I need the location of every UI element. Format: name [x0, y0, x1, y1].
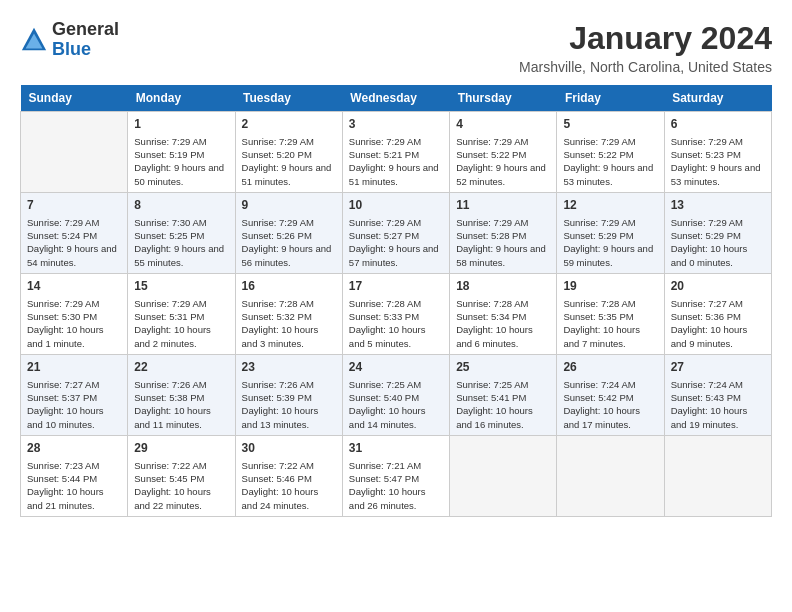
day-number: 27 — [671, 359, 765, 376]
sunset-text: Sunset: 5:19 PM — [134, 148, 228, 161]
sunrise-text: Sunrise: 7:29 AM — [456, 135, 550, 148]
sunset-text: Sunset: 5:46 PM — [242, 472, 336, 485]
calendar-cell: 20Sunrise: 7:27 AMSunset: 5:36 PMDayligh… — [664, 273, 771, 354]
calendar-cell: 21Sunrise: 7:27 AMSunset: 5:37 PMDayligh… — [21, 354, 128, 435]
sunrise-text: Sunrise: 7:29 AM — [27, 216, 121, 229]
sunrise-text: Sunrise: 7:29 AM — [134, 297, 228, 310]
sunset-text: Sunset: 5:45 PM — [134, 472, 228, 485]
calendar-cell — [664, 435, 771, 516]
calendar-cell: 17Sunrise: 7:28 AMSunset: 5:33 PMDayligh… — [342, 273, 449, 354]
logo-text: General Blue — [52, 20, 119, 60]
day-header-sunday: Sunday — [21, 85, 128, 112]
sunset-text: Sunset: 5:39 PM — [242, 391, 336, 404]
calendar-cell: 27Sunrise: 7:24 AMSunset: 5:43 PMDayligh… — [664, 354, 771, 435]
sunset-text: Sunset: 5:26 PM — [242, 229, 336, 242]
sunrise-text: Sunrise: 7:29 AM — [349, 135, 443, 148]
sunrise-text: Sunrise: 7:26 AM — [242, 378, 336, 391]
sunset-text: Sunset: 5:21 PM — [349, 148, 443, 161]
sunset-text: Sunset: 5:41 PM — [456, 391, 550, 404]
sunrise-text: Sunrise: 7:28 AM — [349, 297, 443, 310]
day-header-row: SundayMondayTuesdayWednesdayThursdayFrid… — [21, 85, 772, 112]
sunrise-text: Sunrise: 7:22 AM — [134, 459, 228, 472]
logo: General Blue — [20, 20, 119, 60]
sunrise-text: Sunrise: 7:27 AM — [27, 378, 121, 391]
sunrise-text: Sunrise: 7:25 AM — [456, 378, 550, 391]
daylight-text: Daylight: 10 hours and 22 minutes. — [134, 485, 228, 512]
day-number: 16 — [242, 278, 336, 295]
calendar-cell: 5Sunrise: 7:29 AMSunset: 5:22 PMDaylight… — [557, 112, 664, 193]
sunrise-text: Sunrise: 7:27 AM — [671, 297, 765, 310]
sunset-text: Sunset: 5:38 PM — [134, 391, 228, 404]
sunset-text: Sunset: 5:29 PM — [563, 229, 657, 242]
day-number: 30 — [242, 440, 336, 457]
sunset-text: Sunset: 5:32 PM — [242, 310, 336, 323]
sunset-text: Sunset: 5:31 PM — [134, 310, 228, 323]
calendar-cell: 19Sunrise: 7:28 AMSunset: 5:35 PMDayligh… — [557, 273, 664, 354]
daylight-text: Daylight: 9 hours and 56 minutes. — [242, 242, 336, 269]
day-number: 12 — [563, 197, 657, 214]
day-number: 26 — [563, 359, 657, 376]
day-number: 24 — [349, 359, 443, 376]
sunrise-text: Sunrise: 7:21 AM — [349, 459, 443, 472]
calendar-week-row: 21Sunrise: 7:27 AMSunset: 5:37 PMDayligh… — [21, 354, 772, 435]
title-block: January 2024 Marshville, North Carolina,… — [519, 20, 772, 75]
sunrise-text: Sunrise: 7:28 AM — [563, 297, 657, 310]
calendar-cell: 15Sunrise: 7:29 AMSunset: 5:31 PMDayligh… — [128, 273, 235, 354]
sunset-text: Sunset: 5:35 PM — [563, 310, 657, 323]
calendar-table: SundayMondayTuesdayWednesdayThursdayFrid… — [20, 85, 772, 517]
page-header: General Blue January 2024 Marshville, No… — [20, 20, 772, 75]
sunset-text: Sunset: 5:22 PM — [563, 148, 657, 161]
day-header-monday: Monday — [128, 85, 235, 112]
day-number: 25 — [456, 359, 550, 376]
location: Marshville, North Carolina, United State… — [519, 59, 772, 75]
daylight-text: Daylight: 10 hours and 6 minutes. — [456, 323, 550, 350]
sunrise-text: Sunrise: 7:24 AM — [563, 378, 657, 391]
daylight-text: Daylight: 9 hours and 59 minutes. — [563, 242, 657, 269]
sunrise-text: Sunrise: 7:28 AM — [456, 297, 550, 310]
sunset-text: Sunset: 5:34 PM — [456, 310, 550, 323]
daylight-text: Daylight: 10 hours and 11 minutes. — [134, 404, 228, 431]
calendar-cell: 26Sunrise: 7:24 AMSunset: 5:42 PMDayligh… — [557, 354, 664, 435]
calendar-cell: 13Sunrise: 7:29 AMSunset: 5:29 PMDayligh… — [664, 192, 771, 273]
calendar-cell: 7Sunrise: 7:29 AMSunset: 5:24 PMDaylight… — [21, 192, 128, 273]
daylight-text: Daylight: 10 hours and 19 minutes. — [671, 404, 765, 431]
daylight-text: Daylight: 9 hours and 53 minutes. — [563, 161, 657, 188]
day-header-tuesday: Tuesday — [235, 85, 342, 112]
sunrise-text: Sunrise: 7:29 AM — [27, 297, 121, 310]
sunset-text: Sunset: 5:25 PM — [134, 229, 228, 242]
daylight-text: Daylight: 10 hours and 7 minutes. — [563, 323, 657, 350]
sunrise-text: Sunrise: 7:29 AM — [134, 135, 228, 148]
sunrise-text: Sunrise: 7:29 AM — [671, 216, 765, 229]
calendar-cell: 4Sunrise: 7:29 AMSunset: 5:22 PMDaylight… — [450, 112, 557, 193]
day-header-wednesday: Wednesday — [342, 85, 449, 112]
day-number: 28 — [27, 440, 121, 457]
day-number: 3 — [349, 116, 443, 133]
daylight-text: Daylight: 10 hours and 26 minutes. — [349, 485, 443, 512]
sunset-text: Sunset: 5:44 PM — [27, 472, 121, 485]
calendar-week-row: 28Sunrise: 7:23 AMSunset: 5:44 PMDayligh… — [21, 435, 772, 516]
daylight-text: Daylight: 10 hours and 0 minutes. — [671, 242, 765, 269]
daylight-text: Daylight: 9 hours and 50 minutes. — [134, 161, 228, 188]
daylight-text: Daylight: 9 hours and 52 minutes. — [456, 161, 550, 188]
sunset-text: Sunset: 5:27 PM — [349, 229, 443, 242]
daylight-text: Daylight: 10 hours and 16 minutes. — [456, 404, 550, 431]
day-number: 7 — [27, 197, 121, 214]
day-number: 2 — [242, 116, 336, 133]
calendar-cell: 3Sunrise: 7:29 AMSunset: 5:21 PMDaylight… — [342, 112, 449, 193]
sunset-text: Sunset: 5:40 PM — [349, 391, 443, 404]
calendar-cell: 24Sunrise: 7:25 AMSunset: 5:40 PMDayligh… — [342, 354, 449, 435]
sunrise-text: Sunrise: 7:29 AM — [563, 135, 657, 148]
day-header-friday: Friday — [557, 85, 664, 112]
calendar-cell: 25Sunrise: 7:25 AMSunset: 5:41 PMDayligh… — [450, 354, 557, 435]
sunrise-text: Sunrise: 7:26 AM — [134, 378, 228, 391]
sunrise-text: Sunrise: 7:30 AM — [134, 216, 228, 229]
daylight-text: Daylight: 9 hours and 51 minutes. — [349, 161, 443, 188]
day-number: 15 — [134, 278, 228, 295]
calendar-cell — [557, 435, 664, 516]
sunrise-text: Sunrise: 7:24 AM — [671, 378, 765, 391]
day-number: 20 — [671, 278, 765, 295]
calendar-cell: 11Sunrise: 7:29 AMSunset: 5:28 PMDayligh… — [450, 192, 557, 273]
calendar-cell: 30Sunrise: 7:22 AMSunset: 5:46 PMDayligh… — [235, 435, 342, 516]
sunset-text: Sunset: 5:37 PM — [27, 391, 121, 404]
calendar-cell: 9Sunrise: 7:29 AMSunset: 5:26 PMDaylight… — [235, 192, 342, 273]
